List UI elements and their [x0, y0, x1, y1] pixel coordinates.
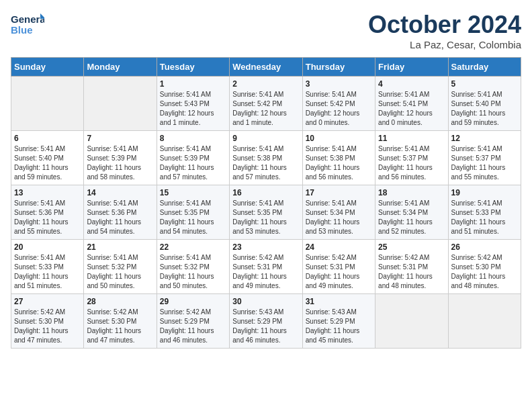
day-info: Sunrise: 5:41 AMSunset: 5:39 PMDaylight:…: [87, 144, 153, 182]
day-info: Sunrise: 5:41 AMSunset: 5:40 PMDaylight:…: [451, 90, 518, 128]
day-cell: 25Sunrise: 5:42 AMSunset: 5:31 PMDayligh…: [375, 240, 448, 294]
day-number: 19: [451, 188, 518, 197]
day-number: 18: [378, 188, 445, 197]
day-cell: 18Sunrise: 5:41 AMSunset: 5:34 PMDayligh…: [375, 185, 448, 240]
day-cell: 10Sunrise: 5:41 AMSunset: 5:38 PMDayligh…: [302, 131, 375, 185]
day-cell: 7Sunrise: 5:41 AMSunset: 5:39 PMDaylight…: [84, 131, 157, 185]
day-info: Sunrise: 5:42 AMSunset: 5:30 PMDaylight:…: [14, 308, 81, 345]
day-info: Sunrise: 5:41 AMSunset: 5:42 PMDaylight:…: [232, 90, 299, 128]
calendar-header: SundayMondayTuesdayWednesdayThursdayFrid…: [11, 58, 521, 77]
header-cell-friday: Friday: [375, 58, 448, 77]
day-cell: [375, 294, 448, 349]
day-info: Sunrise: 5:42 AMSunset: 5:31 PMDaylight:…: [232, 253, 299, 291]
day-info: Sunrise: 5:41 AMSunset: 5:41 PMDaylight:…: [378, 90, 445, 128]
day-info: Sunrise: 5:41 AMSunset: 5:32 PMDaylight:…: [160, 253, 226, 291]
calendar-table: SundayMondayTuesdayWednesdayThursdayFrid…: [11, 57, 521, 349]
day-number: 24: [306, 242, 372, 252]
day-number: 17: [306, 188, 372, 197]
day-info: Sunrise: 5:41 AMSunset: 5:38 PMDaylight:…: [306, 144, 372, 182]
day-number: 23: [232, 242, 299, 252]
svg-text:General: General: [11, 13, 44, 25]
day-cell: 28Sunrise: 5:42 AMSunset: 5:30 PMDayligh…: [84, 294, 157, 349]
day-number: 22: [160, 242, 226, 252]
day-number: 26: [451, 242, 518, 252]
day-cell: 31Sunrise: 5:43 AMSunset: 5:29 PMDayligh…: [302, 294, 375, 349]
day-cell: 17Sunrise: 5:41 AMSunset: 5:34 PMDayligh…: [302, 185, 375, 240]
day-cell: [84, 77, 157, 131]
day-info: Sunrise: 5:41 AMSunset: 5:43 PMDaylight:…: [160, 90, 226, 128]
day-cell: 13Sunrise: 5:41 AMSunset: 5:36 PMDayligh…: [11, 185, 84, 240]
week-row-5: 27Sunrise: 5:42 AMSunset: 5:30 PMDayligh…: [11, 294, 521, 349]
day-cell: 2Sunrise: 5:41 AMSunset: 5:42 PMDaylight…: [230, 77, 302, 131]
header-cell-tuesday: Tuesday: [157, 58, 229, 77]
day-cell: 29Sunrise: 5:42 AMSunset: 5:29 PMDayligh…: [157, 294, 229, 349]
day-cell: 5Sunrise: 5:41 AMSunset: 5:40 PMDaylight…: [448, 77, 521, 131]
day-info: Sunrise: 5:41 AMSunset: 5:42 PMDaylight:…: [306, 90, 372, 128]
day-info: Sunrise: 5:41 AMSunset: 5:37 PMDaylight:…: [378, 144, 445, 182]
week-row-4: 20Sunrise: 5:41 AMSunset: 5:33 PMDayligh…: [11, 240, 521, 294]
day-info: Sunrise: 5:41 AMSunset: 5:33 PMDaylight:…: [451, 199, 518, 236]
day-info: Sunrise: 5:41 AMSunset: 5:35 PMDaylight:…: [160, 199, 226, 236]
day-cell: 24Sunrise: 5:42 AMSunset: 5:31 PMDayligh…: [302, 240, 375, 294]
day-number: 9: [232, 134, 299, 143]
header-row: SundayMondayTuesdayWednesdayThursdayFrid…: [11, 58, 521, 77]
day-number: 16: [232, 188, 299, 197]
day-cell: 15Sunrise: 5:41 AMSunset: 5:35 PMDayligh…: [157, 185, 229, 240]
month-title: October 2024: [368, 11, 521, 39]
day-number: 15: [160, 188, 226, 197]
header-cell-thursday: Thursday: [302, 58, 375, 77]
day-cell: 19Sunrise: 5:41 AMSunset: 5:33 PMDayligh…: [448, 185, 521, 240]
day-cell: 6Sunrise: 5:41 AMSunset: 5:40 PMDaylight…: [11, 131, 84, 185]
day-info: Sunrise: 5:41 AMSunset: 5:39 PMDaylight:…: [160, 144, 226, 182]
location-subtitle: La Paz, Cesar, Colombia: [368, 39, 521, 50]
day-info: Sunrise: 5:41 AMSunset: 5:40 PMDaylight:…: [14, 144, 81, 182]
day-info: Sunrise: 5:43 AMSunset: 5:29 PMDaylight:…: [306, 308, 372, 345]
day-cell: 26Sunrise: 5:42 AMSunset: 5:30 PMDayligh…: [448, 240, 521, 294]
day-cell: 4Sunrise: 5:41 AMSunset: 5:41 PMDaylight…: [375, 77, 448, 131]
day-cell: 3Sunrise: 5:41 AMSunset: 5:42 PMDaylight…: [302, 77, 375, 131]
day-number: 11: [378, 134, 445, 143]
day-info: Sunrise: 5:43 AMSunset: 5:29 PMDaylight:…: [232, 308, 299, 345]
day-number: 27: [14, 297, 81, 306]
day-cell: 22Sunrise: 5:41 AMSunset: 5:32 PMDayligh…: [157, 240, 229, 294]
day-number: 29: [160, 297, 226, 306]
title-block: October 2024 La Paz, Cesar, Colombia: [368, 11, 521, 50]
day-number: 10: [306, 134, 372, 143]
logo: General Blue: [11, 11, 44, 38]
calendar-body: 1Sunrise: 5:41 AMSunset: 5:43 PMDaylight…: [11, 77, 521, 349]
day-info: Sunrise: 5:41 AMSunset: 5:38 PMDaylight:…: [232, 144, 299, 182]
day-number: 20: [14, 242, 81, 252]
day-info: Sunrise: 5:41 AMSunset: 5:33 PMDaylight:…: [14, 253, 81, 291]
day-cell: 1Sunrise: 5:41 AMSunset: 5:43 PMDaylight…: [157, 77, 229, 131]
day-cell: [448, 294, 521, 349]
day-cell: 21Sunrise: 5:41 AMSunset: 5:32 PMDayligh…: [84, 240, 157, 294]
day-number: 6: [14, 134, 81, 143]
day-number: 5: [451, 79, 518, 89]
day-info: Sunrise: 5:42 AMSunset: 5:31 PMDaylight:…: [306, 253, 372, 291]
day-info: Sunrise: 5:41 AMSunset: 5:36 PMDaylight:…: [87, 199, 153, 236]
header-cell-saturday: Saturday: [448, 58, 521, 77]
day-number: 1: [160, 79, 226, 89]
day-info: Sunrise: 5:41 AMSunset: 5:34 PMDaylight:…: [306, 199, 372, 236]
day-info: Sunrise: 5:42 AMSunset: 5:30 PMDaylight:…: [87, 308, 153, 345]
day-cell: 30Sunrise: 5:43 AMSunset: 5:29 PMDayligh…: [230, 294, 302, 349]
day-number: 2: [232, 79, 299, 89]
week-row-1: 1Sunrise: 5:41 AMSunset: 5:43 PMDaylight…: [11, 77, 521, 131]
day-number: 8: [160, 134, 226, 143]
header-cell-monday: Monday: [84, 58, 157, 77]
day-info: Sunrise: 5:42 AMSunset: 5:30 PMDaylight:…: [451, 253, 518, 291]
day-number: 12: [451, 134, 518, 143]
page-header: General Blue October 2024 La Paz, Cesar,…: [11, 11, 521, 50]
day-number: 31: [306, 297, 372, 306]
day-info: Sunrise: 5:42 AMSunset: 5:31 PMDaylight:…: [378, 253, 445, 291]
day-number: 21: [87, 242, 153, 252]
day-number: 13: [14, 188, 81, 197]
day-info: Sunrise: 5:42 AMSunset: 5:29 PMDaylight:…: [160, 308, 226, 345]
day-cell: 23Sunrise: 5:42 AMSunset: 5:31 PMDayligh…: [230, 240, 302, 294]
day-info: Sunrise: 5:41 AMSunset: 5:36 PMDaylight:…: [14, 199, 81, 236]
day-info: Sunrise: 5:41 AMSunset: 5:35 PMDaylight:…: [232, 199, 299, 236]
day-number: 4: [378, 79, 445, 89]
svg-text:Blue: Blue: [11, 24, 33, 36]
day-cell: [11, 77, 84, 131]
day-number: 30: [232, 297, 299, 306]
